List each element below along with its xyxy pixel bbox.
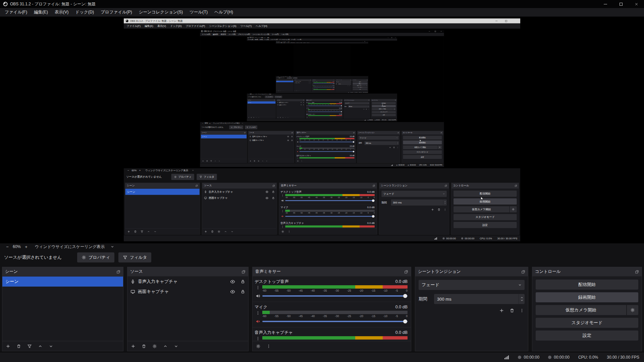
recording-time-value: 00:00:00 [524,355,539,360]
scenes-list: シーン [2,277,123,351]
channel-db-value: 0.0 dB [395,305,408,309]
scaling-dropdown-icon[interactable] [111,245,114,248]
volume-slider[interactable] [262,318,408,325]
recording-time: 00:00:00 [518,355,539,360]
zoom-out-button[interactable]: − [4,244,11,249]
slider-track [262,321,408,322]
menu-file[interactable]: ファイル(F) [1,8,31,16]
audio-mixer-panel: 音声ミキサー デスクトップ音声 0.0 dB -60-55-50-45-40-3… [252,267,411,351]
controls-panel-header[interactable]: コントロール [532,267,642,277]
slider-track [262,295,408,297]
source-properties-button[interactable] [152,344,157,349]
transition-menu-button[interactable] [520,308,524,313]
transition-select[interactable]: フェード [419,280,525,290]
spin-down-icon[interactable] [521,299,523,301]
zoom-in-button[interactable]: + [23,244,30,249]
source-list-item[interactable]: 画面キャプチャ [127,287,248,297]
volume-slider[interactable] [262,293,408,299]
channel-db-value: 0.0 dB [395,330,408,335]
channel-name: 音声入力キャプチャ [255,330,293,336]
start-streaming-button[interactable]: 配信開始 [536,280,638,290]
db-tick: -45 [299,289,303,292]
minimize-button[interactable] [598,0,613,8]
add-source-button[interactable] [131,344,136,349]
popout-icon[interactable] [635,270,639,274]
menu-docks[interactable]: ドック(D) [72,8,97,16]
settings-button[interactable]: 設定 [536,330,638,341]
properties-button[interactable]: プロパティ [77,252,114,262]
mixer-settings-button[interactable] [256,344,261,349]
slider-knob[interactable] [403,319,407,323]
spin-up-icon[interactable] [521,297,523,299]
menu-profile[interactable]: プロファイル(P) [97,8,135,16]
filters-button[interactable]: フィルタ [118,252,151,262]
db-tick: -10 [383,314,387,318]
db-tick: -30 [335,314,339,318]
duration-value: 300 ms [437,297,451,302]
remove-source-button[interactable] [142,344,146,349]
window-controls [598,0,644,8]
popout-icon[interactable] [116,270,120,274]
add-transition-button[interactable] [499,308,504,313]
channel-menu-button[interactable] [255,310,261,318]
popout-icon[interactable] [404,270,408,274]
start-recording-button[interactable]: 録画開始 [536,292,638,302]
popout-icon[interactable] [241,270,246,274]
mute-toggle[interactable] [255,293,261,299]
scaling-mode-label[interactable]: ウィンドウサイズにスケーリング表示 [35,244,105,250]
transition-value: フェード [422,282,439,288]
source-name: 画面キャプチャ [138,289,169,295]
menu-tools[interactable]: ツール(T) [186,8,211,16]
menu-edit[interactable]: 編集(E) [31,8,51,16]
lock-icon[interactable] [240,289,245,294]
virtual-camera-row: 仮想カメラ開始 [536,305,638,315]
move-source-down-button[interactable] [174,344,178,349]
add-scene-button[interactable] [6,344,10,349]
visibility-eye-icon[interactable] [230,289,235,294]
properties-label: プロパティ [89,255,110,260]
scenes-panel-header[interactable]: シーン [2,267,123,277]
maximize-button[interactable] [613,0,629,8]
transitions-panel-header[interactable]: シーントランジション [415,267,528,277]
fps-indicator: 30.00 / 30.00 FPS [607,355,639,360]
remove-scene-button[interactable] [16,344,21,349]
transitions-panel: シーントランジション フェード 期間 300 ms [415,267,528,351]
lock-icon[interactable] [240,279,245,284]
start-virtual-camera-button[interactable]: 仮想カメラ開始 [536,305,626,315]
mixer-panel-header[interactable]: 音声ミキサー [253,267,411,277]
visibility-eye-icon[interactable] [230,279,235,284]
studio-mode-button[interactable]: スタジオモード [536,318,638,328]
virtual-camera-settings-button[interactable] [627,305,638,315]
duration-spinbox[interactable]: 300 ms [434,294,525,304]
db-tick: -55 [274,289,278,292]
close-button[interactable] [629,0,644,8]
no-source-selected-label: ソースが選択されていません [4,254,62,260]
chevron-down-icon [518,283,522,287]
db-tick: -40 [311,314,315,318]
window-title: OBS 31.1.2 - プロファイル: 無題 - シーン: 無題 [10,1,96,7]
menu-view[interactable]: 表示(V) [51,8,72,16]
scene-filters-button[interactable] [27,344,32,349]
spinner-arrows[interactable] [519,294,525,304]
move-scene-down-button[interactable] [49,344,53,349]
remove-transition-button[interactable] [509,308,515,313]
mute-toggle[interactable] [255,318,261,325]
preview-canvas[interactable]: OBS 31.1.2 - プロファイル: 無題 - シーン: 無題 ファイル(F… [0,17,644,243]
db-tick: 0 [406,314,408,318]
channel-menu-button[interactable] [255,285,261,293]
mixer-menu-button[interactable] [267,344,271,349]
controls-body: 配信開始 録画開始 仮想カメラ開始 スタジオモード 設定 [532,277,642,351]
obs-logo-icon [3,2,8,6]
db-tick: -10 [383,289,387,292]
db-tick: -60 [262,314,266,318]
sources-panel-header[interactable]: ソース [127,267,248,277]
source-list-item[interactable]: 音声入力キャプチャ [127,277,248,287]
menu-help[interactable]: ヘルプ(H) [211,8,236,16]
scene-list-item[interactable]: シーン [2,277,123,287]
menu-scene-collection[interactable]: シーンコレクション(S) [136,8,186,16]
move-source-up-button[interactable] [163,344,168,349]
slider-knob[interactable] [403,294,407,298]
popout-icon[interactable] [521,270,525,274]
channel-menu-button[interactable] [255,336,261,341]
move-scene-up-button[interactable] [38,344,43,349]
